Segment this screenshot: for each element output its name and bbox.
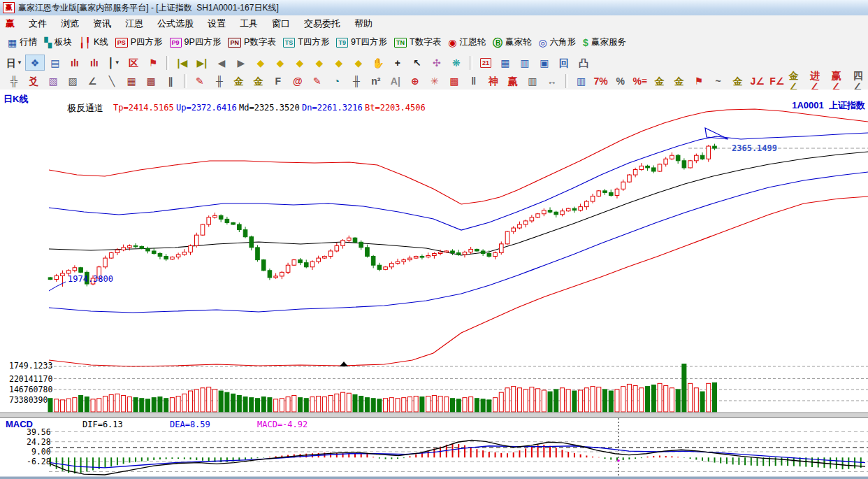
formula-pick-button[interactable]: 区 <box>124 55 143 70</box>
stats-tool[interactable]: ▥ <box>572 73 591 88</box>
menu-item-file[interactable]: 文件 <box>22 16 54 31</box>
percent-tool[interactable]: % <box>612 73 630 88</box>
interval-tool[interactable]: ‖ <box>465 73 483 88</box>
gold-lines-tool[interactable]: 金 <box>670 73 688 88</box>
gold-circle-tool[interactable]: 金 <box>651 73 669 88</box>
gold-square2-tool[interactable]: 金 <box>249 73 268 88</box>
last-bar-button[interactable]: ▶| <box>193 55 211 70</box>
hexagon-button[interactable]: ◎六角形 <box>535 35 579 50</box>
ruler-tool[interactable]: ▥ <box>523 73 542 88</box>
report-button[interactable]: ▥ <box>516 55 534 70</box>
zigzag-tool[interactable]: ╲ <box>103 73 121 88</box>
pencil-tool[interactable]: ✎ <box>191 73 209 88</box>
quotes-button[interactable]: ▦行情 <box>4 35 41 50</box>
gold-grid-tool[interactable]: ╫ <box>210 73 229 88</box>
p9-square-button[interactable]: P99P四方形 <box>166 35 225 50</box>
pencil2-tool[interactable]: ✎ <box>308 73 326 88</box>
menu-item-trade[interactable]: 交易委托 <box>297 16 347 31</box>
gann-wheel-button[interactable]: ◉江恩轮 <box>444 35 489 50</box>
jin-angle-tool[interactable]: 进∠ <box>809 73 829 88</box>
time-circle-tool[interactable]: ◔ <box>328 73 346 88</box>
grid-target-tool[interactable]: ▩ <box>445 73 463 88</box>
t-square-button[interactable]: TST四方形 <box>280 35 333 50</box>
diamond-pan-right-button[interactable]: ◆ <box>271 55 289 70</box>
candle-dropdown[interactable]: ⎮▼ <box>105 55 123 70</box>
grid-tool[interactable]: ▦ <box>122 73 140 88</box>
zoom-tool-button[interactable]: ↖ <box>408 55 426 70</box>
gold-square-tool[interactable]: 金 <box>230 73 248 88</box>
hexagon-icon: ◎ <box>538 37 547 48</box>
si-angle-tool[interactable]: 四∠ <box>851 73 868 88</box>
diamond-expand-h-button[interactable]: ◆ <box>291 55 309 70</box>
diamond-pan-left-button[interactable]: ◆ <box>252 55 270 70</box>
gann-box-tool[interactable]: ╬ <box>5 73 23 88</box>
wave-tool[interactable]: ~ <box>709 73 728 88</box>
menu-item-help[interactable]: 帮助 <box>347 16 379 31</box>
angle-tool[interactable]: ∠ <box>83 73 101 88</box>
gold-tool[interactable]: 金 <box>729 73 747 88</box>
diamond-compress-v-button[interactable]: ◆ <box>330 55 348 70</box>
chart9-view-button[interactable]: ılı <box>85 55 103 70</box>
web-button[interactable]: 回 <box>555 55 573 70</box>
menu-item-news[interactable]: 资讯 <box>86 16 118 31</box>
hand-tool-button[interactable]: ✋ <box>369 55 387 70</box>
n-square-tool[interactable]: n² <box>367 73 385 88</box>
next-bar-button[interactable]: ▶ <box>232 55 250 70</box>
calculator-button[interactable]: ▦ <box>496 55 514 70</box>
analysis-button[interactable]: ❋ <box>447 55 465 70</box>
grid2-tool[interactable]: ▩ <box>142 73 160 88</box>
t-table-button[interactable]: TNT数字表 <box>391 35 444 50</box>
p-table-button[interactable]: PNP数字表 <box>224 35 279 50</box>
title-bar[interactable]: 赢 赢家江恩专业版[赢家内部服务平台] - [上证指数 SH1A0001-167… <box>0 0 868 16</box>
first-low-price-label: 1974.3800 <box>68 274 113 284</box>
menu-item-window[interactable]: 窗口 <box>265 16 297 31</box>
target-tool[interactable]: ⊕ <box>406 73 424 88</box>
first-bar-button[interactable]: |◀ <box>173 55 191 70</box>
diamond-compress-h-button[interactable]: ◆ <box>310 55 328 70</box>
menu-item-settings[interactable]: 设置 <box>201 16 233 31</box>
menu-item-browse[interactable]: 浏览 <box>54 16 86 31</box>
parallel-tool[interactable]: ∥ <box>161 73 180 88</box>
star-target-tool[interactable]: ✳ <box>426 73 444 88</box>
ying-angle-tool[interactable]: 赢∠ <box>830 73 851 88</box>
shen-tool[interactable]: 神 <box>484 73 502 88</box>
ying-tool[interactable]: 赢 <box>504 73 522 88</box>
color-kline-button[interactable]: ⚑ <box>144 55 162 70</box>
save-button[interactable]: ▣ <box>535 55 554 70</box>
shen-icon: 神 <box>489 76 498 87</box>
percent7-tool[interactable]: 7% <box>592 73 610 88</box>
prev-bar-button[interactable]: ◀ <box>212 55 231 70</box>
winner-wheel-button[interactable]: Ⓑ赢家轮 <box>489 35 535 50</box>
menu-item-tools[interactable]: 工具 <box>233 16 265 31</box>
chart3-view-button[interactable]: ılı <box>66 55 84 70</box>
gann-fan-tool[interactable]: 爻 <box>24 73 43 88</box>
measure-tool[interactable]: A| <box>386 73 405 88</box>
calendar-button[interactable]: 21 <box>477 55 495 70</box>
p-square-button[interactable]: PSP四方形 <box>112 35 166 50</box>
kline-button[interactable]: ╽╿K线 <box>75 35 112 50</box>
t9-square-button[interactable]: T99T四方形 <box>333 35 391 50</box>
crosshair-tool-button[interactable]: + <box>389 55 407 70</box>
device-button[interactable]: 凸 <box>574 55 593 70</box>
diamond-expand-all-button[interactable]: ◆ <box>349 55 368 70</box>
width-tool[interactable]: ↔ <box>543 73 561 88</box>
notes-view-button[interactable]: ▤ <box>46 55 64 70</box>
gann-grid-tool[interactable]: ▧ <box>44 73 62 88</box>
menu-item-formula-pick[interactable]: 公式选股 <box>150 16 201 31</box>
service-button[interactable]: $赢家服务 <box>579 35 630 50</box>
kline-button-label: K线 <box>94 36 108 48</box>
menu-item-gann[interactable]: 江恩 <box>118 16 150 31</box>
j-angle-tool[interactable]: J∠ <box>748 73 767 88</box>
flag-tool[interactable]: ⚑ <box>690 73 708 88</box>
gann-square-tool[interactable]: ▨ <box>64 73 82 88</box>
f-angle-tool[interactable]: F∠ <box>768 73 786 88</box>
spiral-tool[interactable]: @ <box>289 73 307 88</box>
bars-grid-tool[interactable]: ╫ <box>347 73 366 88</box>
candle-style-dropdown[interactable]: 日▼ <box>5 55 24 70</box>
network-view-button[interactable]: ❖ <box>25 55 45 71</box>
sectors-button[interactable]: ▚板块 <box>41 35 75 50</box>
gann-tools-button[interactable]: ✣ <box>428 55 446 70</box>
gold-angle-tool[interactable]: 金∠ <box>788 73 808 88</box>
f-grid-tool[interactable]: F <box>269 73 287 88</box>
percent-lines-tool[interactable]: %≡ <box>631 73 649 88</box>
